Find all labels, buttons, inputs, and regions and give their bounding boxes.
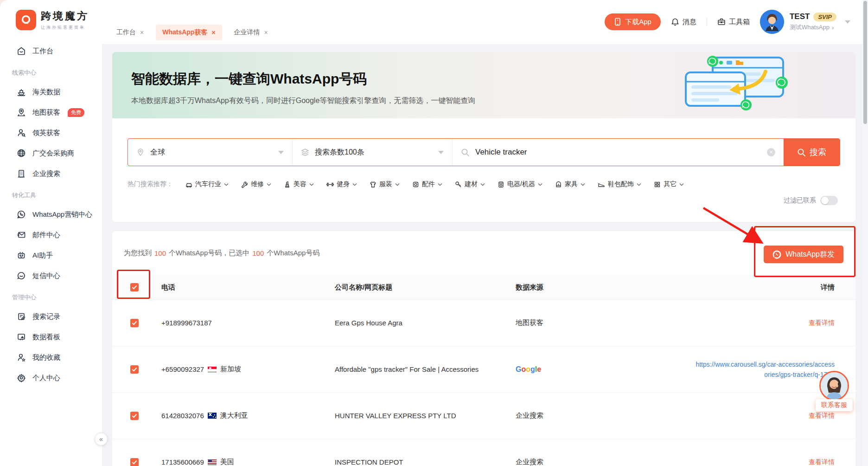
dashboard-icon (17, 332, 26, 342)
tab-whatsapp-leads[interactable]: WhatsApp获客× (156, 25, 222, 40)
filter-contacted-toggle[interactable] (820, 196, 838, 205)
row-checkbox[interactable] (130, 319, 139, 327)
tab-company-detail[interactable]: 企业详情× (228, 25, 274, 40)
search-input[interactable] (475, 148, 761, 157)
location-pin-icon (136, 148, 145, 156)
hot-item-apparel[interactable]: 服装 (370, 180, 400, 188)
component-icon (412, 181, 419, 188)
sidebar-item-personal-center[interactable]: 个人中心 (0, 368, 102, 388)
close-icon[interactable]: × (140, 29, 144, 36)
hot-item-shoes-bags[interactable]: 鞋包配饰 (598, 180, 641, 188)
sidebar-item-label: 海关数据 (32, 88, 60, 97)
hot-item-repair[interactable]: 维修 (241, 180, 271, 188)
globe-icon (17, 149, 26, 158)
view-detail-link[interactable]: 查看详情 (809, 458, 835, 466)
singapore-flag-icon (208, 366, 217, 372)
row-checkbox[interactable] (130, 365, 139, 374)
region-select[interactable]: 全球 (128, 139, 293, 166)
column-header-phone: 电话 (161, 283, 335, 292)
scrollbar-thumb[interactable] (863, 1, 867, 124)
sidebar-item-favorites[interactable]: 我的收藏 (0, 347, 102, 368)
result-url-link[interactable]: https://www.carousell.sg/car-accessories… (696, 361, 835, 378)
person-search-icon (17, 128, 26, 137)
search-button[interactable]: 搜索 (784, 139, 840, 166)
sidebar-item-ai-assistant[interactable]: AI助手 (0, 245, 102, 265)
ship-icon (17, 87, 26, 97)
google-logo: Google (516, 365, 541, 373)
tab-workbench[interactable]: 工作台× (110, 25, 150, 40)
support-widget[interactable]: 联系客服 (816, 371, 853, 411)
australia-flag-icon (208, 413, 217, 419)
close-icon[interactable]: × (211, 29, 215, 36)
topbar: 下载App 消息 工具箱 TEST (102, 0, 862, 44)
download-app-button[interactable]: 下载App (605, 13, 661, 30)
whatsapp-bulk-send-button[interactable]: WhatsApp群发 (764, 246, 843, 263)
chevron-down-icon[interactable] (845, 20, 850, 24)
brand-tagline: 让海外拓客更简单 (41, 25, 89, 31)
whatsapp-icon (17, 210, 26, 219)
sidebar-item-customs-data[interactable]: 海关数据 (0, 82, 102, 102)
toolbox-link[interactable]: 工具箱 (717, 18, 750, 26)
view-detail-link[interactable]: 查看详情 (809, 319, 835, 326)
hot-item-building-materials[interactable]: 建材 (455, 180, 485, 188)
sidebar-item-whatsapp-marketing[interactable]: WhatsApp营销中心 (0, 204, 102, 225)
robot-icon (17, 251, 26, 260)
sidebar-item-map-leads[interactable]: 地图获客 免费 (0, 102, 102, 123)
phone-cell: 61428032076澳大利亚 (161, 411, 335, 420)
phone-cell: +918999673187 (161, 319, 335, 327)
hot-item-beauty[interactable]: 美容 (284, 180, 314, 188)
map-pin-icon (17, 108, 26, 117)
table-row: 17135600669美国 INSPECTION DEPOT 企业搜索 查看详情 (112, 439, 855, 466)
table-row: 61428032076澳大利亚 HUNTER VALLEY EXPRESS PT… (112, 393, 855, 439)
shoe-icon (598, 181, 605, 188)
sidebar-item-label: 工作台 (32, 47, 53, 56)
sidebar-item-mail-center[interactable]: 邮件中心 (0, 225, 102, 245)
sidebar-item-data-dashboard[interactable]: 数据看板 (0, 327, 102, 347)
messages-link[interactable]: 消息 (671, 18, 696, 26)
phone-cell: 17135600669美国 (161, 458, 335, 466)
chevron-down-icon (438, 151, 444, 154)
found-count: 100 (154, 249, 166, 257)
select-all-checkbox[interactable] (130, 283, 139, 291)
note-edit-icon (17, 312, 26, 321)
tab-bar: 工作台× WhatsApp获客× 企业详情× (110, 25, 274, 40)
brand-logo[interactable]: 跨境魔方 让海外拓客更简单 (0, 0, 102, 37)
sidebar-item-search-history[interactable]: 搜索记录 (0, 306, 102, 327)
sidebar-item-workbench[interactable]: 工作台 (0, 41, 102, 61)
sidebar-item-label: WhatsApp营销中心 (32, 210, 92, 219)
close-icon[interactable]: × (264, 29, 268, 36)
sidebar-section-leads: 线索中心 (0, 61, 102, 82)
sidebar-item-company-search[interactable]: 企业搜索 (0, 163, 102, 184)
key-icon (455, 181, 462, 188)
sidebar-item-canton-fair-buyers[interactable]: 广交会采购商 (0, 143, 102, 163)
result-count-select[interactable]: 搜索条数100条 (293, 139, 453, 166)
hot-item-fitness[interactable]: 健身 (326, 180, 357, 188)
search-panel: 智能数据库，一键查询WhatsApp号码 本地数据库超3千万WhatsApp有效… (112, 52, 855, 222)
hot-item-parts[interactable]: 配件 (412, 180, 442, 188)
source-cell: 企业搜索 (516, 411, 655, 420)
user-subtitle[interactable]: 测试WhatsApp › (790, 23, 836, 32)
page-scrollbar (862, 0, 868, 466)
row-checkbox[interactable] (130, 458, 139, 466)
hot-search-row: 热门搜索推荐： 汽车行业 维修 美容 健身 服装 配件 建材 电器/机器 家具 … (128, 180, 855, 188)
hot-item-appliances[interactable]: 电器/机器 (498, 180, 542, 188)
sidebar-collapse-button[interactable]: « (95, 433, 108, 446)
hot-item-other[interactable]: 其它 (654, 180, 684, 188)
sidebar-item-sms-center[interactable]: 短信中心 (0, 265, 102, 286)
brand-logo-icon (16, 10, 36, 30)
row-checkbox[interactable] (130, 412, 139, 420)
search-bar: 全球 搜索条数100条 × 搜索 (128, 138, 840, 166)
view-detail-link[interactable]: 查看详情 (809, 412, 835, 419)
hot-search-label: 热门搜索推荐： (128, 180, 173, 188)
sidebar-item-linkedin-leads[interactable]: 领英获客 (0, 123, 102, 143)
clear-input-icon[interactable]: × (767, 148, 775, 156)
hot-item-auto[interactable]: 汽车行业 (185, 180, 229, 188)
results-summary: 为您找到 100 个WhatsApp号码，已选中 100 个WhatsApp号码 (112, 231, 855, 275)
table-header: 电话 公司名称/网页标题 数据来源 详情 (112, 275, 855, 300)
grid-icon (654, 181, 661, 188)
contact-support-label[interactable]: 联系客服 (816, 399, 853, 411)
search-icon (797, 148, 806, 157)
user-menu[interactable]: TEST SVIP 测试WhatsApp › (760, 10, 850, 34)
chat-bubble-icon (17, 271, 26, 280)
hot-item-furniture[interactable]: 家具 (555, 180, 585, 188)
